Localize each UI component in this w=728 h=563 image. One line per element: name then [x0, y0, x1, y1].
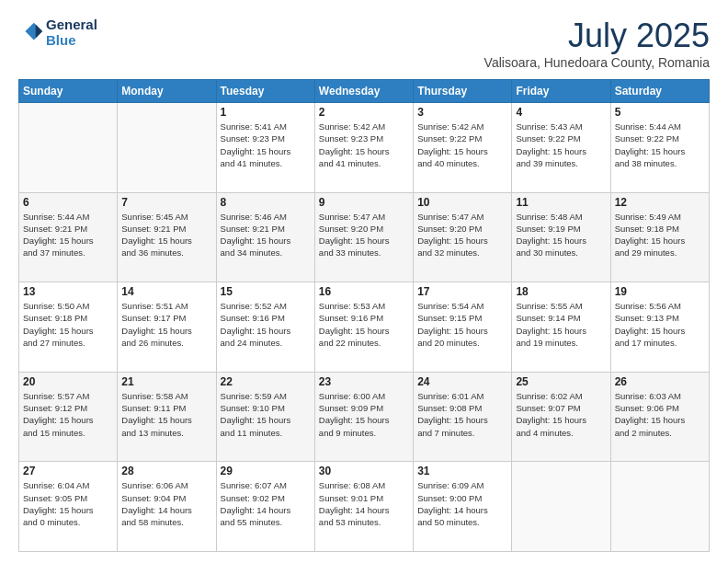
day-info: Sunrise: 6:09 AM Sunset: 9:00 PM Dayligh…	[417, 479, 507, 528]
calendar-cell: 11Sunrise: 5:48 AM Sunset: 9:19 PM Dayli…	[512, 192, 610, 282]
day-number: 25	[516, 375, 606, 388]
calendar-cell: 26Sunrise: 6:03 AM Sunset: 9:06 PM Dayli…	[610, 372, 709, 462]
day-number: 28	[121, 465, 211, 477]
title-block: July 2025 Valisoara, Hunedoara County, R…	[484, 17, 710, 70]
day-info: Sunrise: 6:04 AM Sunset: 9:05 PM Dayligh…	[23, 479, 113, 528]
calendar-cell: 3Sunrise: 5:42 AM Sunset: 9:22 PM Daylig…	[414, 103, 512, 193]
day-number: 13	[23, 285, 113, 298]
day-number: 22	[221, 375, 311, 388]
calendar-cell	[118, 103, 216, 193]
day-number: 20	[23, 375, 113, 388]
day-info: Sunrise: 6:07 AM Sunset: 9:02 PM Dayligh…	[221, 479, 311, 528]
calendar-cell: 2Sunrise: 5:42 AM Sunset: 9:23 PM Daylig…	[314, 103, 413, 193]
day-number: 30	[319, 465, 409, 477]
calendar-cell: 29Sunrise: 6:07 AM Sunset: 9:02 PM Dayli…	[216, 462, 314, 552]
day-info: Sunrise: 5:47 AM Sunset: 9:20 PM Dayligh…	[319, 211, 409, 259]
calendar-page: General Blue July 2025 Valisoara, Hunedo…	[0, 0, 728, 563]
day-info: Sunrise: 5:45 AM Sunset: 9:21 PM Dayligh…	[121, 211, 211, 259]
calendar-row-5: 27Sunrise: 6:04 AM Sunset: 9:05 PM Dayli…	[19, 462, 710, 552]
day-number: 8	[221, 196, 311, 209]
calendar-cell: 16Sunrise: 5:53 AM Sunset: 9:16 PM Dayli…	[314, 282, 413, 373]
calendar-cell: 18Sunrise: 5:55 AM Sunset: 9:14 PM Dayli…	[512, 282, 610, 373]
day-info: Sunrise: 5:58 AM Sunset: 9:11 PM Dayligh…	[121, 390, 211, 439]
day-info: Sunrise: 5:59 AM Sunset: 9:10 PM Dayligh…	[221, 390, 311, 439]
calendar-cell: 4Sunrise: 5:43 AM Sunset: 9:22 PM Daylig…	[512, 103, 610, 193]
calendar-cell: 6Sunrise: 5:44 AM Sunset: 9:21 PM Daylig…	[19, 192, 118, 282]
day-number: 10	[417, 196, 507, 209]
calendar-cell: 1Sunrise: 5:41 AM Sunset: 9:23 PM Daylig…	[216, 103, 314, 193]
day-number: 21	[121, 375, 211, 388]
day-info: Sunrise: 6:03 AM Sunset: 9:06 PM Dayligh…	[615, 390, 705, 439]
day-number: 11	[516, 196, 606, 209]
calendar-cell: 31Sunrise: 6:09 AM Sunset: 9:00 PM Dayli…	[414, 462, 512, 552]
location: Valisoara, Hunedoara County, Romania	[484, 55, 710, 70]
day-number: 5	[615, 106, 705, 119]
day-number: 4	[516, 106, 606, 119]
day-info: Sunrise: 6:01 AM Sunset: 9:08 PM Dayligh…	[417, 390, 507, 439]
day-info: Sunrise: 6:00 AM Sunset: 9:09 PM Dayligh…	[319, 390, 409, 439]
calendar-cell	[512, 462, 610, 552]
day-number: 1	[221, 106, 311, 119]
day-number: 31	[417, 465, 507, 477]
day-info: Sunrise: 5:42 AM Sunset: 9:23 PM Dayligh…	[319, 121, 409, 169]
day-info: Sunrise: 6:06 AM Sunset: 9:04 PM Dayligh…	[121, 479, 211, 528]
col-wednesday: Wednesday	[314, 80, 413, 103]
calendar-cell: 27Sunrise: 6:04 AM Sunset: 9:05 PM Dayli…	[19, 462, 118, 552]
day-number: 12	[615, 196, 705, 209]
day-number: 18	[516, 285, 606, 298]
day-number: 9	[319, 196, 409, 209]
calendar-cell: 14Sunrise: 5:51 AM Sunset: 9:17 PM Dayli…	[118, 282, 216, 373]
day-number: 15	[221, 285, 311, 298]
day-info: Sunrise: 5:41 AM Sunset: 9:23 PM Dayligh…	[221, 121, 311, 169]
day-number: 23	[319, 375, 409, 388]
calendar-cell: 30Sunrise: 6:08 AM Sunset: 9:01 PM Dayli…	[314, 462, 413, 552]
calendar-cell: 7Sunrise: 5:45 AM Sunset: 9:21 PM Daylig…	[118, 192, 216, 282]
day-info: Sunrise: 5:52 AM Sunset: 9:16 PM Dayligh…	[221, 300, 311, 349]
calendar-cell	[610, 462, 709, 552]
calendar-cell: 5Sunrise: 5:44 AM Sunset: 9:22 PM Daylig…	[610, 103, 709, 193]
calendar-cell: 25Sunrise: 6:02 AM Sunset: 9:07 PM Dayli…	[512, 372, 610, 462]
day-info: Sunrise: 5:53 AM Sunset: 9:16 PM Dayligh…	[319, 300, 409, 349]
day-number: 26	[615, 375, 705, 388]
day-number: 14	[121, 285, 211, 298]
calendar-row-2: 6Sunrise: 5:44 AM Sunset: 9:21 PM Daylig…	[19, 192, 710, 282]
day-info: Sunrise: 5:56 AM Sunset: 9:13 PM Dayligh…	[615, 300, 705, 349]
calendar-cell: 24Sunrise: 6:01 AM Sunset: 9:08 PM Dayli…	[414, 372, 512, 462]
day-info: Sunrise: 5:55 AM Sunset: 9:14 PM Dayligh…	[516, 300, 606, 349]
calendar-row-4: 20Sunrise: 5:57 AM Sunset: 9:12 PM Dayli…	[19, 372, 710, 462]
col-friday: Friday	[512, 80, 610, 103]
calendar-cell: 20Sunrise: 5:57 AM Sunset: 9:12 PM Dayli…	[19, 372, 118, 462]
calendar-row-1: 1Sunrise: 5:41 AM Sunset: 9:23 PM Daylig…	[19, 103, 710, 193]
day-info: Sunrise: 5:51 AM Sunset: 9:17 PM Dayligh…	[121, 300, 211, 349]
calendar-cell: 21Sunrise: 5:58 AM Sunset: 9:11 PM Dayli…	[118, 372, 216, 462]
calendar-header-row: Sunday Monday Tuesday Wednesday Thursday…	[19, 80, 710, 103]
calendar-cell: 13Sunrise: 5:50 AM Sunset: 9:18 PM Dayli…	[19, 282, 118, 373]
month-title: July 2025	[484, 17, 710, 55]
header: General Blue July 2025 Valisoara, Hunedo…	[18, 17, 710, 70]
logo: General Blue	[18, 17, 97, 49]
calendar-cell: 15Sunrise: 5:52 AM Sunset: 9:16 PM Dayli…	[216, 282, 314, 373]
calendar-cell: 12Sunrise: 5:49 AM Sunset: 9:18 PM Dayli…	[610, 192, 709, 282]
calendar-cell: 23Sunrise: 6:00 AM Sunset: 9:09 PM Dayli…	[314, 372, 413, 462]
day-info: Sunrise: 5:43 AM Sunset: 9:22 PM Dayligh…	[516, 121, 606, 169]
day-info: Sunrise: 5:47 AM Sunset: 9:20 PM Dayligh…	[417, 211, 507, 259]
calendar-cell	[19, 103, 118, 193]
calendar-row-3: 13Sunrise: 5:50 AM Sunset: 9:18 PM Dayli…	[19, 282, 710, 373]
day-info: Sunrise: 5:46 AM Sunset: 9:21 PM Dayligh…	[221, 211, 311, 259]
calendar-cell: 10Sunrise: 5:47 AM Sunset: 9:20 PM Dayli…	[414, 192, 512, 282]
day-number: 19	[615, 285, 705, 298]
col-tuesday: Tuesday	[216, 80, 314, 103]
col-monday: Monday	[118, 80, 216, 103]
day-number: 16	[319, 285, 409, 298]
calendar-table: Sunday Monday Tuesday Wednesday Thursday…	[18, 79, 710, 552]
day-number: 3	[417, 106, 507, 119]
col-thursday: Thursday	[414, 80, 512, 103]
day-info: Sunrise: 5:48 AM Sunset: 9:19 PM Dayligh…	[516, 211, 606, 259]
logo-text: General Blue	[46, 17, 97, 49]
day-number: 6	[23, 196, 113, 209]
calendar-cell: 9Sunrise: 5:47 AM Sunset: 9:20 PM Daylig…	[314, 192, 413, 282]
day-info: Sunrise: 6:08 AM Sunset: 9:01 PM Dayligh…	[319, 479, 409, 528]
day-number: 27	[23, 465, 113, 477]
day-number: 29	[221, 465, 311, 477]
day-number: 2	[319, 106, 409, 119]
